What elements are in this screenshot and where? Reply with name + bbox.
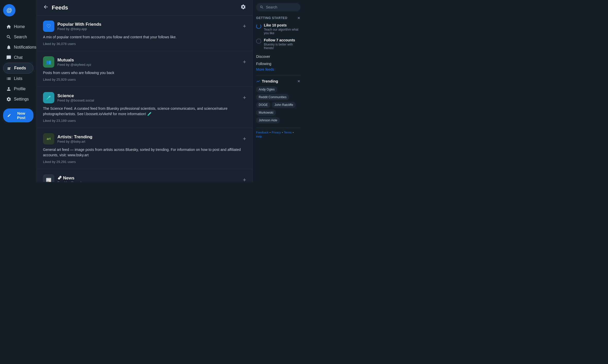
feed-add-button[interactable]: + [243, 23, 246, 29]
feed-add-button[interactable]: + [243, 177, 246, 182]
feed-icon: art [43, 133, 54, 144]
sidebar-item-label: Chat [14, 55, 23, 60]
getting-started-item: Like 10 posts Teach our algorithm what y… [256, 23, 300, 35]
getting-started-close[interactable]: ✕ [297, 16, 300, 20]
feed-info: Popular With Friends Feed by @bsky.app [57, 22, 101, 31]
new-post-button[interactable]: New Post [3, 108, 33, 122]
gs-item-title: Follow 7 accounts [264, 38, 300, 42]
getting-started-header: GETTING STARTED ✕ [256, 16, 300, 20]
progress-circle [256, 24, 261, 29]
hash-icon [6, 66, 12, 71]
feed-add-button[interactable]: + [243, 136, 246, 142]
sidebar-item-label: Lists [14, 76, 22, 81]
trend-tags: Andy Ogles Reddit Communities DOGE John … [256, 86, 300, 123]
more-feeds-link[interactable]: More feeds [256, 67, 300, 71]
feed-item: 📰 🗞 News Feed by @aendra.com + Trending … [37, 169, 252, 182]
feed-name: Mutuals [57, 58, 91, 63]
sidebar-item-chat[interactable]: Chat [3, 52, 33, 63]
feed-item-header: 👥 Mutuals Feed by @skyfeed.xyz + [43, 56, 246, 68]
feed-item: 👥 Mutuals Feed by @skyfeed.xyz + Posts f… [37, 51, 252, 87]
footer-links: Feedback • Privacy • Terms • Help [256, 131, 300, 138]
sidebar-item-feeds[interactable]: Feeds [3, 63, 33, 74]
feeds-header: Feeds [37, 0, 252, 15]
sidebar-item-label: Home [14, 24, 25, 29]
feed-icon: 🧪 [43, 92, 54, 103]
person-icon [6, 86, 11, 92]
feed-info: Artists: Trending Feed by @bsky.art [57, 134, 92, 143]
feed-add-button[interactable]: + [243, 95, 246, 101]
avatar[interactable]: @ [3, 4, 15, 16]
feed-by: Feed by @bsky.art [57, 140, 92, 143]
trend-tag[interactable]: John Ratcliffe [272, 102, 296, 108]
left-sidebar: @ Home Search Notifications Chat Feeds [0, 0, 37, 182]
feed-by: Feed by @aendra.com [57, 181, 91, 182]
lists-icon [6, 76, 11, 81]
trending-close[interactable]: ✕ [297, 79, 300, 83]
footer-privacy-link[interactable]: Privacy [272, 131, 281, 134]
section-title: GETTING STARTED [256, 16, 287, 20]
back-button[interactable] [43, 4, 49, 11]
search-input[interactable] [266, 5, 297, 9]
gs-item-subtitle: Teach our algorithm what you like [264, 28, 300, 35]
sidebar-item-label: Settings [14, 97, 29, 102]
trend-tag[interactable]: DOGE [256, 102, 270, 108]
gear-icon [6, 97, 11, 102]
trending-title: Trending [256, 79, 278, 83]
sidebar-item-settings[interactable]: Settings [3, 94, 33, 104]
feed-icon: ♡ [43, 21, 54, 32]
feed-info: 🗞 News Feed by @aendra.com [57, 176, 91, 182]
search-box[interactable] [256, 3, 300, 11]
sidebar-item-profile[interactable]: Profile [3, 84, 33, 94]
feed-by: Feed by @bsky.app [57, 27, 101, 31]
sidebar-item-label: Search [14, 35, 27, 39]
gs-item-title: Like 10 posts [264, 23, 300, 27]
feed-description: The Science Feed. A curated feed from Bl… [43, 106, 246, 117]
trending-header: Trending ✕ [256, 79, 300, 83]
feeds-header-left: Feeds [43, 4, 68, 11]
sidebar-item-lists[interactable]: Lists [3, 74, 33, 84]
getting-started-item: Follow 7 accounts Bluesky is better with… [256, 38, 300, 50]
feed-item-header: 🧪 Science Feed by @bossett.social + [43, 92, 246, 103]
feed-info: Science Feed by @bossett.social [57, 93, 94, 102]
footer-terms-link[interactable]: Terms [284, 131, 292, 134]
feeds-settings-button[interactable] [240, 4, 246, 11]
sidebar-item-label: Feeds [14, 66, 26, 70]
feed-name: Science [57, 93, 94, 98]
divider [256, 128, 300, 128]
trend-tag[interactable]: Murkowski [256, 110, 276, 116]
feeds-panel: Feeds ♡ Popular With Friends Feed by @bs… [37, 0, 253, 182]
feed-icon: 👥 [43, 56, 54, 68]
sidebar-item-search[interactable]: Search [3, 32, 33, 42]
sidebar-item-home[interactable]: Home [3, 22, 33, 32]
footer-help-link[interactable]: Help [256, 135, 262, 138]
trend-tag[interactable]: Johnson Aide [256, 117, 280, 123]
feed-item-header: ♡ Popular With Friends Feed by @bsky.app… [43, 21, 246, 32]
bell-icon [6, 45, 11, 50]
feed-description: Posts from users who are following you b… [43, 70, 246, 76]
feed-liked-count: Liked by 29,291 users [43, 160, 246, 164]
gs-item-content: Like 10 posts Teach our algorithm what y… [264, 23, 300, 35]
feed-by: Feed by @skyfeed.xyz [57, 63, 91, 67]
search-icon [6, 34, 11, 40]
feed-add-button[interactable]: + [243, 59, 246, 65]
avatar-letter: @ [6, 7, 12, 14]
feed-name: 🗞 News [57, 176, 91, 181]
trend-tag[interactable]: Andy Ogles [256, 86, 277, 93]
gs-item-subtitle: Bluesky is better with friends! [264, 43, 300, 50]
trend-tag[interactable]: Reddit Communities [256, 94, 289, 100]
divider [256, 76, 300, 76]
chat-icon [6, 55, 11, 60]
gs-item-content: Follow 7 accounts Bluesky is better with… [264, 38, 300, 50]
feed-by: Feed by @bossett.social [57, 98, 94, 102]
sidebar-item-notifications[interactable]: Notifications [3, 42, 33, 52]
discover-link[interactable]: Discover [256, 53, 300, 60]
trending-icon [256, 79, 260, 83]
footer-feedback-link[interactable]: Feedback [256, 131, 268, 134]
feed-liked-count: Liked by 23,189 users [43, 119, 246, 123]
feed-item: 🧪 Science Feed by @bossett.social + The … [37, 87, 252, 128]
feed-item-left: 🧪 Science Feed by @bossett.social [43, 92, 94, 103]
feed-item-left: 👥 Mutuals Feed by @skyfeed.xyz [43, 56, 91, 68]
feeds-list: ♡ Popular With Friends Feed by @bsky.app… [37, 15, 252, 182]
feed-name: Popular With Friends [57, 22, 101, 27]
following-link[interactable]: Following [256, 60, 300, 67]
